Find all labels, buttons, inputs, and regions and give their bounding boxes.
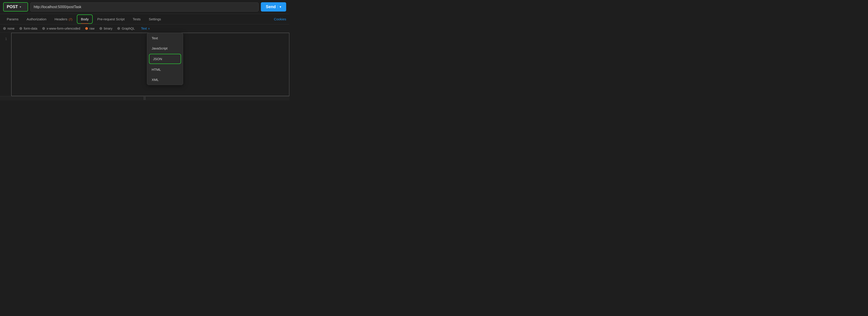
tab-params[interactable]: Params [3,14,22,24]
url-input[interactable] [30,2,258,11]
tab-settings[interactable]: Settings [145,14,164,24]
tab-cookies[interactable]: Cookies [274,14,286,24]
headers-badge: (7) [69,18,72,21]
url-bar: POST ▾ Send ▾ [0,0,289,14]
tab-tests[interactable]: Tests [129,14,144,24]
radio-none-dot [3,27,6,30]
dropdown-item-text[interactable]: Text [147,33,183,43]
tab-pre-request-script[interactable]: Pre-request Script [94,14,128,24]
radio-graphql[interactable]: GraphQL [117,27,135,30]
dropdown-item-json[interactable]: JSON [149,54,181,64]
radio-raw-dot [85,27,88,30]
radio-graphql-dot [117,27,120,30]
dropdown-item-html[interactable]: HTML [147,64,183,74]
send-dropdown-icon: ▾ [278,5,281,8]
line-number-1: 1 [3,36,7,41]
radio-raw[interactable]: raw [85,27,95,30]
type-selector-label: Text [141,27,147,30]
tab-body[interactable]: Body [77,14,93,24]
method-label: POST [7,4,18,9]
radio-none[interactable]: none [3,27,14,30]
type-chevron-icon: ∧ [148,27,150,30]
tab-authorization[interactable]: Authorization [23,14,50,24]
method-selector[interactable]: POST ▾ [3,2,28,11]
tab-headers[interactable]: Headers (7) [51,14,76,24]
radio-form-data-dot [20,27,22,30]
resize-handle[interactable]: ⠿ [0,96,289,101]
type-selector[interactable]: Text ∧ [141,27,150,30]
radio-x-www-form-urlencoded[interactable]: x-www-form-urlencoded [42,27,80,30]
tab-bar: Params Authorization Headers (7) Body Pr… [0,14,289,24]
radio-urlencoded-dot [42,27,45,30]
resize-icon: ⠿ [143,96,147,101]
radio-binary-dot [99,27,102,30]
send-label: Send [266,4,276,9]
radio-binary[interactable]: binary [99,27,112,30]
editor-area: 1 Text JavaScript JSON HTML XML [0,33,289,96]
send-button[interactable]: Send ▾ [261,2,286,11]
type-dropdown: Text JavaScript JSON HTML XML [147,33,183,85]
line-numbers: 1 [0,33,11,96]
radio-form-data[interactable]: form-data [20,27,37,30]
body-options-bar: none form-data x-www-form-urlencoded raw… [0,24,289,33]
dropdown-item-xml[interactable]: XML [147,74,183,85]
method-chevron-icon: ▾ [20,5,21,8]
dropdown-item-javascript[interactable]: JavaScript [147,43,183,53]
